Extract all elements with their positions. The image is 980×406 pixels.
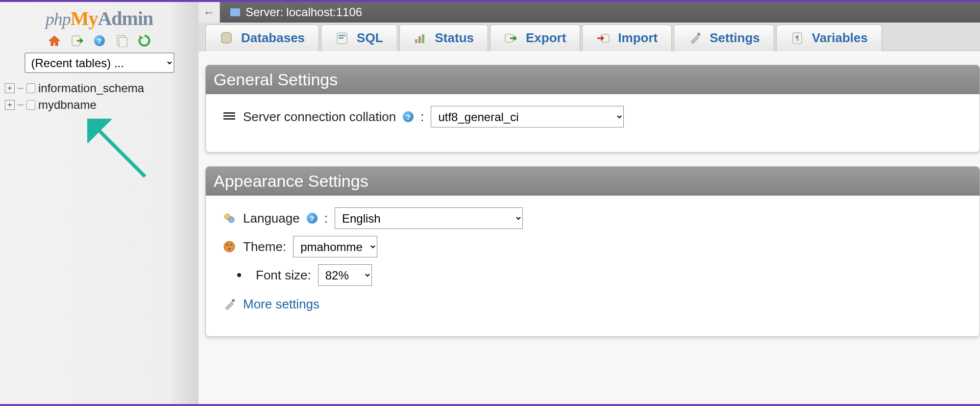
annotation-arrow [87, 119, 156, 187]
tab-settings[interactable]: Settings [674, 25, 774, 51]
wrench-icon [222, 299, 236, 310]
language-select[interactable]: English [335, 207, 523, 229]
server-prefix: Server: [245, 5, 283, 19]
db-tree-item[interactable]: + information_schema [5, 80, 198, 97]
expand-icon[interactable]: + [5, 100, 15, 110]
collation-icon [222, 111, 236, 123]
breadcrumb-bar: ← Server: localhost:1106 [198, 2, 980, 23]
status-icon [414, 31, 427, 45]
svg-point-23 [230, 244, 232, 246]
back-button[interactable]: ← [198, 2, 220, 23]
tab-label: Variables [812, 30, 868, 46]
theme-row: Theme: pmahomme [222, 236, 963, 257]
language-label: Language [243, 211, 300, 226]
tab-label: Import [618, 30, 658, 46]
tree-line [18, 88, 24, 89]
collation-row: Server connection collation ? : utf8_gen… [222, 106, 963, 127]
tab-label: Export [526, 30, 566, 46]
tab-label: SQL [357, 30, 383, 46]
svg-rect-16 [223, 112, 235, 114]
svg-rect-10 [422, 34, 424, 43]
export-icon [504, 31, 518, 45]
db-tree-item[interactable]: + mydbname [5, 97, 198, 113]
language-row: Language ? : English [222, 207, 963, 229]
settings-icon [688, 31, 702, 45]
colon: : [324, 211, 328, 226]
more-settings-link[interactable]: More settings [243, 297, 319, 312]
appearance-settings-panel: Appearance Settings Language ? : English… [205, 166, 980, 337]
reload-icon[interactable] [138, 34, 151, 48]
tab-status[interactable]: Status [399, 25, 488, 51]
theme-icon [222, 241, 236, 253]
help-icon[interactable]: ? [307, 213, 318, 224]
svg-rect-17 [223, 115, 235, 117]
sql-icon [335, 31, 349, 45]
general-settings-panel: General Settings Server connection colla… [205, 65, 980, 152]
logout-icon[interactable] [70, 34, 84, 48]
svg-line-3 [95, 127, 145, 177]
svg-rect-7 [339, 37, 343, 39]
databases-icon [220, 31, 233, 45]
home-icon[interactable] [48, 34, 61, 48]
phpmyadmin-logo: phpMyAdmin [0, 7, 198, 30]
expand-icon[interactable]: + [5, 83, 15, 93]
font-size-row: Font size: 82% [237, 264, 963, 286]
tree-line [18, 104, 24, 105]
top-tabs: Databases SQL Status Export Import [198, 23, 980, 51]
database-icon [26, 100, 35, 110]
db-name: mydbname [38, 98, 97, 112]
variables-icon: ¶ [790, 31, 804, 45]
colon: : [420, 109, 424, 125]
database-icon [26, 83, 35, 93]
svg-point-20 [228, 217, 234, 223]
panel-title: General Settings [206, 65, 980, 94]
svg-rect-9 [418, 36, 421, 43]
font-size-select[interactable]: 82% [318, 264, 372, 286]
svg-rect-6 [339, 35, 345, 36]
svg-rect-2 [119, 37, 127, 47]
svg-point-22 [226, 244, 228, 246]
import-icon [596, 31, 610, 45]
database-tree: + information_schema + mydbname [0, 80, 198, 113]
svg-rect-18 [223, 118, 235, 120]
collation-label: Server connection collation [243, 109, 396, 125]
svg-point-24 [228, 248, 230, 250]
theme-label: Theme: [243, 239, 286, 254]
recent-tables-select[interactable]: (Recent tables) ... [24, 52, 174, 73]
svg-rect-8 [415, 39, 417, 43]
tab-sql[interactable]: SQL [321, 25, 397, 51]
tab-label: Databases [241, 30, 305, 46]
language-icon [222, 212, 236, 224]
query-window-icon[interactable] [115, 34, 129, 48]
help-icon[interactable]: ? [93, 34, 106, 48]
theme-select[interactable]: pmahomme [293, 236, 377, 257]
tab-import[interactable]: Import [582, 25, 672, 51]
tab-databases[interactable]: Databases [205, 25, 319, 51]
help-icon[interactable]: ? [403, 111, 414, 122]
tab-label: Status [435, 30, 474, 46]
svg-text:¶: ¶ [795, 35, 799, 42]
font-size-label: Font size: [256, 268, 311, 283]
tab-label: Settings [710, 30, 760, 46]
tab-variables[interactable]: ¶ Variables [776, 25, 882, 51]
sidebar-toolbar: ? [0, 34, 198, 48]
svg-rect-25 [232, 299, 235, 302]
main-area: ← Server: localhost:1106 Databases SQL S… [198, 2, 980, 404]
sidebar: phpMyAdmin ? (Recent tables) ... + infor… [0, 2, 198, 404]
svg-point-21 [224, 241, 235, 252]
db-name: information_schema [38, 81, 144, 95]
more-settings-row: More settings [222, 297, 963, 312]
server-name: localhost:1106 [286, 5, 362, 19]
svg-rect-13 [697, 33, 700, 36]
panel-title: Appearance Settings [206, 167, 980, 196]
bullet-icon [237, 273, 241, 277]
tab-export[interactable]: Export [490, 25, 580, 51]
collation-select[interactable]: utf8_general_ci [431, 106, 624, 127]
server-icon [230, 8, 241, 17]
